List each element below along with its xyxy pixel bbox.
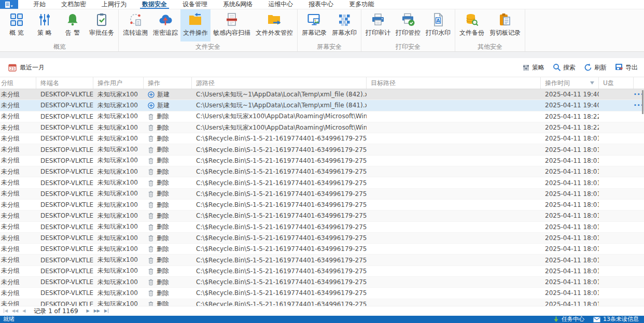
ribbon-button-2-3[interactable]: 文件操作 — [180, 9, 211, 41]
menu-tab-8[interactable]: 报表中心 — [301, 0, 341, 9]
next-page-icon[interactable]: ▶ — [86, 309, 91, 313]
user-cell: 未知玩家x100 — [93, 156, 144, 165]
menu-tab-1[interactable]: 开始 — [25, 0, 53, 9]
table-row[interactable]: 未分组DESKTOP-VLKTLE1未知玩家x100删除C:\Users\未知玩… — [0, 111, 644, 122]
table-row[interactable]: 未分组DESKTOP-VLKTLE1未知玩家x100删除C:\$Recycle.… — [0, 288, 644, 299]
operation-label: 删除 — [157, 167, 169, 176]
ribbon-group-buttons: 流转追溯泄密追踪文件操作敏感内容扫描文件外发管控 — [120, 9, 296, 41]
menu-tab-7[interactable]: 运维中心 — [260, 0, 301, 9]
table-row[interactable]: 未分组DESKTOP-VLKTLE1未知玩家x100删除C:\Users\未知玩… — [0, 122, 644, 133]
ribbon-button-2-2[interactable]: 泄密追踪 — [150, 9, 180, 41]
toolbar-action-2[interactable]: 搜索 — [553, 63, 576, 72]
ribbon-group-buttons: 概 览策 略告 警审批任务 — [3, 9, 117, 41]
fast-prev-icon[interactable]: ◀◀ — [11, 309, 19, 313]
ribbon-group-label: 打印安全 — [363, 41, 453, 54]
table-row[interactable]: 未分组DESKTOP-VLKTLE1未知玩家x100删除C:\$Recycle.… — [0, 255, 644, 265]
menu-tab-4[interactable]: 数据安全 — [134, 0, 175, 9]
first-page-icon[interactable]: |◀ — [2, 309, 9, 313]
filter-caret-icon[interactable] — [588, 81, 594, 86]
menu-tab-9[interactable]: 更多功能 — [341, 0, 382, 9]
toolbar-action-3[interactable]: 刷新 — [584, 63, 607, 72]
ribbon-button-2-5[interactable]: 文件外发管控 — [253, 9, 296, 41]
table-row[interactable]: 未分组DESKTOP-VLKTLE1未知玩家x100删除C:\$Recycle.… — [0, 210, 644, 221]
delete-icon — [148, 268, 154, 275]
menu-tab-5[interactable]: 设备管理 — [175, 0, 215, 9]
source-path-cell: C:\$Recycle.Bin\S-1-5-21-1619774401-6349… — [192, 190, 367, 198]
operation-cell: 删除 — [144, 212, 192, 220]
ribbon-button-4-1[interactable]: 打印审计 — [363, 9, 393, 41]
ribbon-button-2-4[interactable]: 敏感内容扫描 — [211, 9, 253, 41]
table-row[interactable]: 未分组DESKTOP-VLKTLE1未知玩家x100删除C:\$Recycle.… — [0, 277, 644, 288]
fast-next-icon[interactable]: ▶▶ — [93, 309, 101, 313]
table-row[interactable]: 未分组DESKTOP-VLKTLE1未知玩家x100删除C:\$Recycle.… — [0, 156, 644, 166]
column-header-2[interactable]: 终端名 — [36, 77, 93, 89]
menu-tab-2[interactable]: 文档加密 — [53, 0, 94, 9]
unread-messages-button[interactable]: 13条未读信息 — [603, 316, 639, 323]
column-header-6[interactable]: 目标路径 — [367, 77, 541, 89]
ribbon-button-2-1[interactable]: 流转追溯 — [120, 9, 150, 41]
column-header-1[interactable]: 分组 — [0, 77, 36, 89]
table-row[interactable]: 未分组DESKTOP-VLKTLE1未知玩家x100新建C:\Users\未知玩… — [0, 89, 644, 100]
create-icon — [148, 102, 155, 109]
delete-icon — [148, 234, 154, 242]
table-row[interactable]: 未分组DESKTOP-VLKTLE1未知玩家x100删除C:\$Recycle.… — [0, 299, 644, 306]
table-row[interactable]: 未分组DESKTOP-VLKTLE1未知玩家x100删除C:\$Recycle.… — [0, 189, 644, 200]
toolbar-action-label: 搜索 — [563, 63, 576, 72]
column-header-3[interactable]: 操作用户 — [93, 77, 144, 89]
print-watermark-icon: A — [431, 12, 445, 27]
group-cell: 未分组 — [0, 123, 36, 132]
table-row[interactable]: 未分组DESKTOP-VLKTLE1未知玩家x100删除C:\$Recycle.… — [0, 177, 644, 188]
operation-cell: 删除 — [144, 156, 192, 165]
menu-tab-3[interactable]: 上网行为 — [94, 0, 134, 9]
ribbon-button-1-1[interactable]: 概 览 — [3, 9, 31, 41]
table-header: 分组终端名操作用户操作源路径目标路径操作时间U盘 — [0, 77, 644, 89]
svg-text:23: 23 — [10, 67, 15, 71]
table-row[interactable]: 未分组DESKTOP-VLKTLE1未知玩家x100删除C:\$Recycle.… — [0, 133, 644, 144]
task-center-button[interactable]: 任务中心 — [562, 316, 584, 323]
vertical-scrollbar-thumb[interactable] — [642, 90, 643, 114]
ribbon-group-label: 屏幕安全 — [299, 41, 359, 54]
column-header-5[interactable]: 源路径 — [192, 77, 367, 89]
policy-sliders-icon — [37, 12, 52, 27]
menu-tab-6[interactable]: 系统&网络 — [215, 0, 260, 9]
operation-label: 新建 — [157, 90, 170, 99]
last-page-icon[interactable]: ▶| — [103, 309, 110, 313]
operation-label: 删除 — [157, 300, 169, 306]
time-cell: 2025-04-11 18:01:38 — [541, 212, 599, 219]
print-audit-icon — [371, 12, 385, 27]
column-header-8[interactable]: U盘 — [599, 77, 634, 89]
column-header-4[interactable]: 操作 — [144, 77, 192, 89]
ribbon-button-3-2[interactable]: 屏幕水印 — [329, 9, 359, 41]
app-menu-button[interactable] — [0, 0, 18, 9]
user-cell: 未知玩家x100 — [93, 134, 144, 143]
table-row[interactable]: 未分组DESKTOP-VLKTLE1未知玩家x100删除C:\$Recycle.… — [0, 222, 644, 233]
ribbon-button-4-3[interactable]: A打印水印 — [423, 9, 453, 41]
table-row[interactable]: 未分组DESKTOP-VLKTLE1未知玩家x100删除C:\$Recycle.… — [0, 244, 644, 255]
ribbon-button-3-1[interactable]: 屏幕记录 — [299, 9, 329, 41]
ribbon-button-5-1[interactable]: 文件备份 — [457, 9, 487, 41]
date-range-filter[interactable]: 23 最近一月 — [8, 63, 45, 72]
toolbar-action-4[interactable]: 导出 — [615, 63, 638, 72]
ribbon-button-5-2[interactable]: 剪切板记录 — [487, 9, 523, 41]
table-row[interactable]: 未分组DESKTOP-VLKTLE1未知玩家x100删除C:\$Recycle.… — [0, 233, 644, 244]
operation-label: 删除 — [157, 256, 169, 264]
overview-grid-icon — [9, 12, 24, 27]
ribbon-button-1-2[interactable]: 策 略 — [31, 9, 59, 41]
prev-page-icon[interactable]: ◀ — [21, 309, 26, 313]
table-row[interactable]: 未分组DESKTOP-VLKTLE1未知玩家x100删除C:\$Recycle.… — [0, 144, 644, 155]
ribbon-button-label: 泄密追踪 — [153, 29, 178, 36]
table-row[interactable]: 未分组DESKTOP-VLKTLE1未知玩家x100删除C:\$Recycle.… — [0, 266, 644, 277]
table-row[interactable]: 未分组DESKTOP-VLKTLE1未知玩家x100删除C:\$Recycle.… — [0, 166, 644, 177]
ribbon-button-1-4[interactable]: 审批任务 — [87, 9, 117, 41]
operation-cell: 删除 — [144, 145, 192, 154]
ribbon-button-4-2[interactable]: 打印管控 — [393, 9, 423, 41]
toolbar-action-1[interactable]: 策略 — [522, 63, 544, 72]
table-row[interactable]: 未分组DESKTOP-VLKTLE1未知玩家x100新建C:\Users\未知玩… — [0, 100, 644, 111]
terminal-cell: DESKTOP-VLKTLE1 — [36, 201, 93, 208]
table-row[interactable]: 未分组DESKTOP-VLKTLE1未知玩家x100删除C:\$Recycle.… — [0, 200, 644, 210]
operation-cell: 删除 — [144, 300, 192, 306]
ribbon-button-1-3[interactable]: 告 警 — [59, 9, 87, 41]
time-cell: 2025-04-11 19:40:27 — [541, 91, 599, 98]
column-header-7[interactable]: 操作时间 — [541, 77, 599, 89]
date-range-label: 最近一月 — [20, 63, 45, 72]
